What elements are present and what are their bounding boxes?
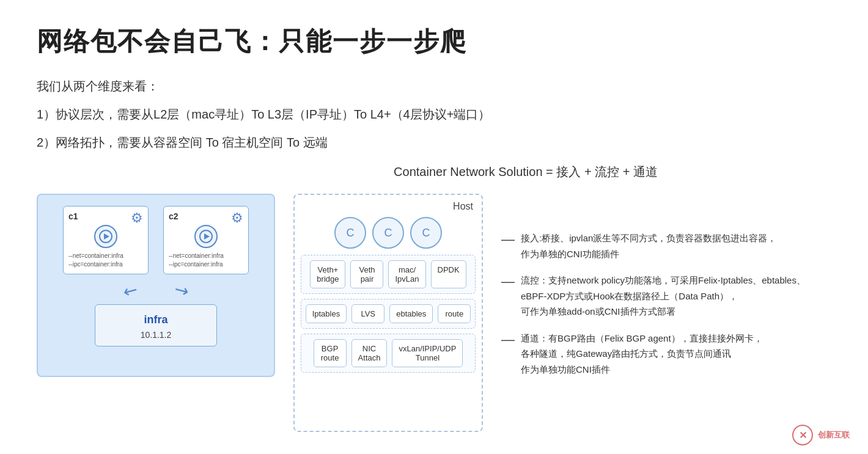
infra-box: infra 10.1.1.2 [95, 304, 217, 346]
c-circle-1: C [334, 217, 366, 249]
page-title: 网络包不会自己飞：只能一步一步爬 [37, 24, 831, 59]
c2-net-text: --net=container:infra--ipc=container:inf… [169, 252, 243, 269]
host-label: Host [301, 201, 476, 212]
svg-marker-1 [104, 233, 109, 240]
host-section-access: Veth+bridge Vethpair mac/IpvLan DPDK [301, 255, 476, 294]
arrow-flow: — [501, 274, 515, 290]
arrow-right-down: ↘ [170, 278, 192, 302]
container-c2: c2 ⚙ --net=container:infra--ipc=containe… [163, 206, 249, 274]
watermark-icon: ✕ [792, 425, 813, 445]
host-section-flow: Iptables LVS ebtables route [301, 299, 476, 329]
section-row-flow: Iptables LVS ebtables route [305, 304, 471, 323]
c-circle-2: C [372, 217, 404, 249]
container-row: c1 ⚙ --net=container:infra--ipc=containe… [49, 206, 263, 274]
play-icon-c2 [199, 230, 213, 243]
desc-text-flow: 流控：支持network policy功能落地，可采用Felix-Iptable… [521, 273, 806, 320]
c-circle-row: C C C [301, 217, 476, 249]
arrow-access: — [501, 232, 515, 247]
func-dpdk: DPDK [431, 260, 466, 288]
gear-icon-c2: ⚙ [231, 210, 243, 226]
func-bgp-route: BGProute [314, 339, 347, 367]
intro-line2: 2）网络拓扑，需要从容器空间 To 宿主机空间 To 远端 [37, 132, 831, 153]
desc-block-flow: — 流控：支持network policy功能落地，可采用Felix-Iptab… [501, 273, 831, 320]
watermark: ✕ 创新互联 [792, 425, 850, 445]
arrow-left-down: ↙ [119, 278, 141, 302]
func-iptables: Iptables [306, 304, 347, 323]
func-veth-pair: Vethpair [350, 260, 383, 288]
intro-line0: 我们从两个维度来看： [37, 76, 831, 97]
desc-block-access: — 接入:桥接、ipvlan派生等不同方式，负责容器数据包进出容器， 作为单独的… [501, 230, 831, 262]
func-vxlan-tunnel: vxLan/IPIP/UDPTunnel [392, 339, 463, 367]
arrow-tunnel: — [501, 332, 515, 348]
infra-label: infra [101, 313, 210, 326]
desc-text-access: 接入:桥接、ipvlan派生等不同方式，负责容器数据包进出容器， 作为单独的CN… [521, 230, 776, 262]
circle-c1 [94, 225, 117, 248]
arrows-to-infra: ↙ ↘ [49, 280, 263, 301]
container-c1: c1 ⚙ --net=container:infra--ipc=containe… [63, 206, 149, 274]
host-section-tunnel: BGProute NICAttach vxLan/IPIP/UDPTunnel [301, 334, 476, 373]
section-row-access: Veth+bridge Vethpair mac/IpvLan DPDK [305, 260, 471, 288]
desc-block-tunnel: — 通道：有BGP路由（Felix BGP agent），直接挂接外网卡， 各种… [501, 331, 831, 378]
equation: Container Network Solution = 接入 + 流控 + 通… [220, 164, 831, 180]
func-nic-attach: NICAttach [351, 339, 388, 367]
gear-icon-c1: ⚙ [131, 210, 143, 226]
func-route: route [438, 304, 471, 323]
func-ebtables: ebtables [389, 304, 433, 323]
circle-c2 [194, 225, 218, 248]
c-circle-3: C [410, 217, 442, 249]
host-diagram: Host C C C Veth+bridge Vethpair mac/IpvL… [293, 194, 483, 432]
play-icon-c1 [99, 230, 112, 243]
pod-diagram: c1 ⚙ --net=container:infra--ipc=containe… [37, 194, 275, 377]
slide: 网络包不会自己飞：只能一步一步爬 我们从两个维度来看： 1）协议层次，需要从L2… [0, 0, 868, 454]
desc-area: — 接入:桥接、ipvlan派生等不同方式，负责容器数据包进出容器， 作为单独的… [501, 194, 831, 388]
watermark-text: 创新互联 [818, 430, 850, 441]
infra-ip: 10.1.1.2 [101, 330, 210, 340]
section-row-tunnel: BGProute NICAttach vxLan/IPIP/UDPTunnel [305, 339, 471, 367]
diagram-area: c1 ⚙ --net=container:infra--ipc=containe… [37, 194, 831, 432]
intro-line1: 1）协议层次，需要从L2层（mac寻址）To L3层（IP寻址）To L4+（4… [37, 104, 831, 125]
func-veth-bridge: Veth+bridge [310, 260, 345, 288]
svg-marker-3 [204, 233, 210, 240]
func-mac-ipvlan: mac/IpvLan [388, 260, 425, 288]
func-lvs: LVS [351, 304, 384, 323]
c1-net-text: --net=container:infra--ipc=container:inf… [68, 252, 143, 269]
desc-text-tunnel: 通道：有BGP路由（Felix BGP agent），直接挂接外网卡， 各种隧道… [521, 331, 763, 378]
